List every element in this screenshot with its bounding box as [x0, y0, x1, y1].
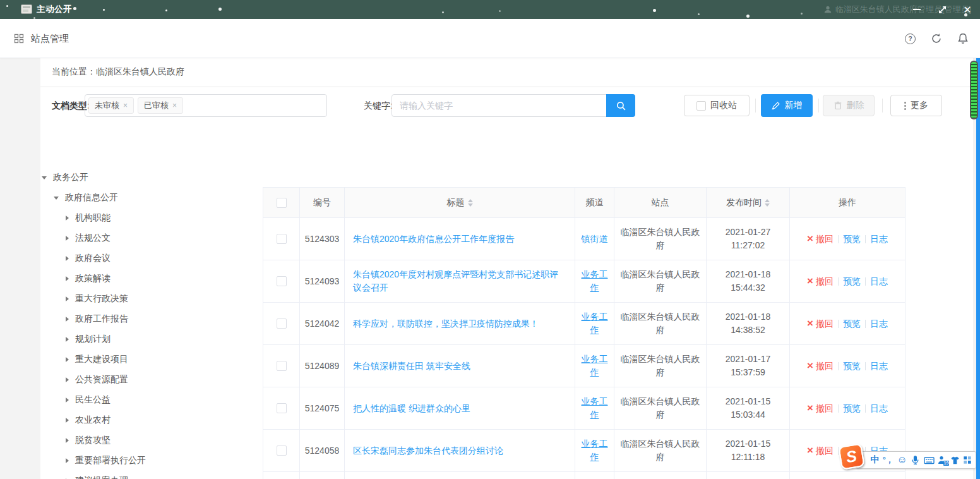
tree-item[interactable]: 规划计划 [40, 329, 261, 349]
tree-item[interactable]: 建议提案办理 [40, 471, 261, 479]
ime-skin-icon[interactable] [950, 456, 960, 465]
tree-expand-arrow-icon[interactable] [66, 215, 69, 221]
sort-icon[interactable] [765, 199, 770, 207]
help-icon[interactable]: ? [905, 33, 916, 44]
select-all-checkbox[interactable] [277, 198, 287, 208]
tree-expand-arrow-icon[interactable] [66, 418, 69, 423]
delete-button[interactable]: 删除 [823, 95, 875, 116]
row-channel-link[interactable]: 镇街道 [582, 233, 608, 246]
preview-action[interactable]: 预览 [843, 402, 861, 415]
tree-expand-arrow-icon[interactable] [66, 317, 69, 322]
recall-action[interactable]: 撤回 [807, 233, 834, 246]
sogou-ime-logo[interactable]: S [838, 443, 864, 470]
ime-toolbox-icon[interactable] [963, 456, 972, 464]
tree-item[interactable]: 政务公开 [40, 167, 261, 188]
ime-keyboard-icon[interactable] [924, 456, 935, 465]
ime-account-icon[interactable]: 19 [938, 456, 947, 464]
keyword-input[interactable] [391, 94, 607, 117]
grid-menu-icon[interactable] [14, 33, 24, 44]
ime-voice-icon[interactable] [911, 456, 920, 465]
tree-item[interactable]: 重大行政决策 [40, 289, 261, 309]
log-action[interactable]: 日志 [870, 233, 888, 246]
row-checkbox[interactable] [277, 276, 287, 286]
ime-emoji-icon[interactable]: ☺ [897, 454, 907, 466]
row-channel-link[interactable]: 业务工作 [581, 268, 608, 294]
row-checkbox[interactable] [277, 403, 287, 413]
tree-expand-arrow-icon[interactable] [42, 176, 47, 179]
maximize-icon[interactable] [929, 0, 955, 19]
recall-action[interactable]: 撤回 [807, 402, 834, 415]
tree-item[interactable]: 重大建设项目 [40, 349, 261, 370]
preview-action[interactable]: 预览 [843, 275, 861, 288]
tree-expand-arrow-icon[interactable] [66, 337, 69, 342]
row-title-link[interactable]: 科学应对，联防联控，坚决捍卫疫情防控成果！ [353, 317, 539, 330]
doc-type-tag[interactable]: 已审核 [138, 97, 183, 114]
tree-expand-arrow-icon[interactable] [66, 458, 69, 463]
ime-chinese-mode-toggle[interactable]: 中 [871, 454, 880, 466]
tree-expand-arrow-icon[interactable] [66, 296, 69, 301]
refresh-icon[interactable] [931, 33, 942, 44]
tree-expand-arrow-icon[interactable] [54, 197, 59, 200]
tree-item[interactable]: 机构职能 [40, 208, 261, 228]
tree-expand-arrow-icon[interactable] [66, 276, 69, 281]
row-checkbox[interactable] [277, 446, 287, 456]
doc-type-tag[interactable]: 未审核 [88, 97, 134, 114]
log-action[interactable]: 日志 [870, 275, 888, 288]
row-title-link[interactable]: 朱台镇2020年政府信息公开工作年度报告 [353, 233, 514, 246]
header-title[interactable]: 标题 [345, 188, 575, 217]
preview-action[interactable]: 预览 [843, 317, 861, 330]
tag-remove-icon[interactable] [172, 101, 177, 110]
row-title-link[interactable]: 区长宋磊同志参加朱台代表团分组讨论 [353, 444, 503, 458]
row-checkbox[interactable] [277, 318, 287, 329]
scrollbar-track[interactable] [976, 58, 980, 479]
recycle-checkbox-icon[interactable] [696, 101, 706, 111]
log-action[interactable]: 日志 [870, 317, 888, 330]
tree-expand-arrow-icon[interactable] [66, 357, 69, 362]
scrollbar-thumb[interactable] [970, 61, 978, 119]
row-channel-link[interactable]: 业务工作 [581, 310, 608, 337]
tree-expand-arrow-icon[interactable] [66, 438, 69, 443]
tree-item[interactable]: 民生公益 [40, 390, 261, 410]
preview-action[interactable]: 预览 [843, 233, 861, 246]
preview-action[interactable]: 预览 [843, 360, 861, 373]
recall-action[interactable]: 撤回 [807, 360, 834, 373]
row-channel-link[interactable]: 业务工作 [581, 437, 608, 464]
add-button[interactable]: 新增 [761, 94, 813, 117]
search-button[interactable] [606, 94, 635, 117]
row-channel-link[interactable]: 业务工作 [581, 395, 608, 421]
tree-item[interactable]: 法规公文 [40, 228, 261, 248]
more-button[interactable]: 更多 [890, 95, 942, 116]
tree-item[interactable]: 公共资源配置 [40, 370, 261, 390]
tree-item[interactable]: 政策解读 [40, 269, 261, 289]
header-publish-time[interactable]: 发布时间 [707, 188, 790, 217]
tree-expand-arrow-icon[interactable] [66, 377, 69, 382]
doc-type-multiselect[interactable]: 未审核 已审核 [85, 94, 327, 117]
row-checkbox[interactable] [277, 361, 287, 371]
notification-bell-icon[interactable] [957, 33, 969, 44]
close-icon[interactable]: ✕ [955, 0, 980, 19]
log-action[interactable]: 日志 [870, 402, 888, 415]
log-action[interactable]: 日志 [870, 360, 888, 373]
tree-expand-arrow-icon[interactable] [66, 236, 69, 241]
row-title-link[interactable]: 朱台镇2020年度对村观摩点评暨村党支部书记述职评议会召开 [353, 268, 566, 294]
tree-expand-arrow-icon[interactable] [66, 256, 69, 261]
tree-item[interactable]: 农业农村 [40, 410, 261, 430]
site-management-label[interactable]: 站点管理 [31, 33, 69, 45]
row-checkbox[interactable] [277, 234, 287, 244]
tag-remove-icon[interactable] [123, 101, 128, 110]
tree-item[interactable]: 脱贫攻坚 [40, 430, 261, 451]
tree-item[interactable]: 政府信息公开 [40, 188, 261, 208]
recall-action[interactable]: 撤回 [807, 317, 834, 330]
recall-action[interactable]: 撤回 [807, 275, 834, 288]
tree-item[interactable]: 政府工作报告 [40, 309, 261, 329]
row-title-link[interactable]: 把人性的温暖 织进群众的心里 [353, 402, 470, 415]
recycle-bin-button[interactable]: 回收站 [684, 95, 750, 116]
row-channel-link[interactable]: 业务工作 [581, 353, 608, 379]
tree-item[interactable]: 政府会议 [40, 248, 261, 269]
tree-expand-arrow-icon[interactable] [66, 397, 69, 403]
tree-item[interactable]: 重要部署执行公开 [40, 451, 261, 471]
ime-punctuation-toggle[interactable]: °， [883, 455, 893, 466]
recall-action[interactable]: 撤回 [807, 444, 834, 458]
sort-icon[interactable] [468, 199, 473, 207]
row-title-link[interactable]: 朱台镇深耕责任田 筑牢安全线 [353, 360, 470, 373]
